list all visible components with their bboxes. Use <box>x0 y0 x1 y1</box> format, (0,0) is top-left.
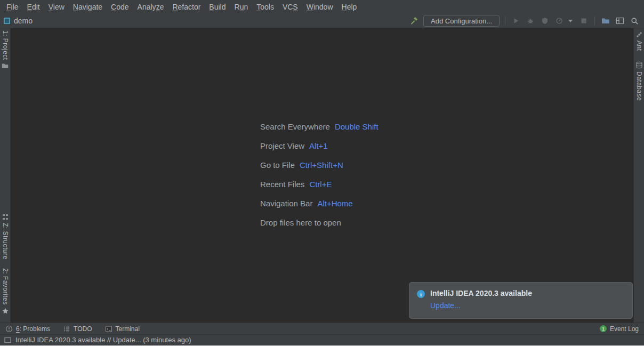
right-tool-stripe: Ant Database <box>633 28 644 323</box>
problems-label: 6: Problems <box>16 325 50 333</box>
toolwindow-database-button[interactable]: Database <box>634 61 644 101</box>
build-hammer-icon[interactable] <box>409 15 420 26</box>
ant-icon <box>636 31 642 38</box>
shortcut-row: Drop files here to open <box>260 213 379 232</box>
toolwindow-problems-button[interactable]: 6: Problems <box>5 325 50 333</box>
notification-title: IntelliJ IDEA 2020.3 available <box>430 289 532 297</box>
shortcut-label: Recent Files <box>260 180 304 189</box>
toolwindow-todo-button[interactable]: TODO <box>63 325 92 333</box>
menu-refactor[interactable]: Refactor <box>168 3 205 11</box>
terminal-label: Terminal <box>116 325 140 333</box>
stop-icon[interactable] <box>578 15 589 26</box>
layout-windows-icon[interactable] <box>615 15 625 26</box>
ant-stripe-label: Ant <box>635 41 643 51</box>
menu-analyze[interactable]: Analyze <box>133 3 168 11</box>
toolwindow-toggle-icon[interactable] <box>4 337 11 343</box>
notification-balloon: i IntelliJ IDEA 2020.3 available Update.… <box>409 282 633 319</box>
project-structure-folder-icon[interactable] <box>600 15 611 26</box>
shortcut-keys: Ctrl+Shift+N <box>300 160 343 170</box>
menu-file[interactable]: File <box>2 3 23 11</box>
status-bar: IntelliJ IDEA 2020.3 available // Update… <box>0 334 644 345</box>
main-toolbar: demo Add Configuration... <box>0 14 644 28</box>
toolwindow-ant-button[interactable]: Ant <box>634 31 644 51</box>
event-log-icon: 1 <box>600 325 607 332</box>
shortcut-row: Recent FilesCtrl+E <box>260 175 379 194</box>
menu-build[interactable]: Build <box>205 3 230 11</box>
todo-label: TODO <box>74 325 92 333</box>
menu-window[interactable]: Window <box>302 3 337 11</box>
main-area: 1: Project Z: Structure 2: Favorites Sea… <box>0 28 644 323</box>
project-name[interactable]: demo <box>14 17 33 25</box>
toolbar-separator <box>505 17 505 25</box>
structure-stripe-label: Z: Structure <box>2 223 9 260</box>
shortcut-label: Project View <box>260 141 304 150</box>
shortcut-keys: Alt+Home <box>317 199 352 208</box>
database-stripe-label: Database <box>635 71 643 101</box>
shortcut-row: Navigation BarAlt+Home <box>260 194 379 213</box>
drop-files-hint: Drop files here to open <box>260 218 341 227</box>
shortcut-label: Search Everywhere <box>260 122 330 131</box>
tool-window-bar-right: 1 Event Log <box>600 325 639 333</box>
event-log-button[interactable]: 1 Event Log <box>600 325 639 333</box>
shortcut-label: Navigation Bar <box>260 199 312 208</box>
structure-icon <box>2 214 9 220</box>
run-play-icon[interactable] <box>511 15 521 26</box>
profiler-icon[interactable] <box>554 15 565 26</box>
problems-icon <box>5 325 13 333</box>
tool-window-bar-left: 6: Problems TODO Terminal <box>5 325 140 333</box>
run-toolbar: Add Configuration... <box>409 15 640 27</box>
shortcut-row: Search EverywhereDouble Shift <box>260 117 379 136</box>
toolwindow-favorites-button[interactable]: 2: Favorites <box>0 268 10 314</box>
debug-bug-icon[interactable] <box>525 15 536 26</box>
navigation-breadcrumb: demo <box>3 17 33 25</box>
project-stripe-label: 1: Project <box>2 30 9 60</box>
update-link[interactable]: Update... <box>430 301 461 310</box>
toolwindow-structure-button[interactable]: Z: Structure <box>0 214 10 260</box>
coverage-shield-icon[interactable] <box>540 15 550 26</box>
toolbar-separator <box>594 17 595 25</box>
shortcut-row: Go to FileCtrl+Shift+N <box>260 156 379 175</box>
event-log-label: Event Log <box>610 325 639 333</box>
editor-area: Search EverywhereDouble Shift Project Vi… <box>11 28 633 323</box>
menu-tools[interactable]: Tools <box>252 3 278 11</box>
folder-icon <box>2 63 9 69</box>
menu-view[interactable]: View <box>44 3 69 11</box>
project-icon <box>3 18 10 25</box>
shortcut-hints: Search EverywhereDouble Shift Project Vi… <box>260 117 379 232</box>
tool-window-bar: 6: Problems TODO Terminal 1 Event Log <box>0 323 644 334</box>
favorites-stripe-label: 2: Favorites <box>2 268 9 305</box>
info-icon: i <box>417 290 425 298</box>
shortcut-row: Project ViewAlt+1 <box>260 136 379 156</box>
intellij-window: File Edit View Navigate Code Analyze Ref… <box>0 0 644 346</box>
search-icon[interactable] <box>629 15 640 26</box>
menu-vcs[interactable]: VCS <box>278 3 302 11</box>
todo-list-icon <box>63 325 70 333</box>
star-icon <box>2 308 9 314</box>
left-tool-stripe: 1: Project Z: Structure 2: Favorites <box>0 28 11 323</box>
menu-help[interactable]: Help <box>337 3 361 11</box>
shortcut-keys: Double Shift <box>335 122 379 131</box>
shortcut-keys: Alt+1 <box>309 141 328 150</box>
add-configuration-button[interactable]: Add Configuration... <box>423 15 500 27</box>
menu-run[interactable]: Run <box>230 3 253 11</box>
notification-body: IntelliJ IDEA 2020.3 available Update... <box>430 289 532 312</box>
shortcut-label: Go to File <box>260 160 295 170</box>
menu-bar: File Edit View Navigate Code Analyze Ref… <box>0 0 644 14</box>
status-message[interactable]: IntelliJ IDEA 2020.3 available // Update… <box>15 336 191 344</box>
menu-navigate[interactable]: Navigate <box>69 3 107 11</box>
shortcut-keys: Ctrl+E <box>309 180 332 189</box>
terminal-icon <box>105 325 112 333</box>
menu-code[interactable]: Code <box>107 3 133 11</box>
toolwindow-project-button[interactable]: 1: Project <box>0 30 10 69</box>
database-icon <box>635 61 643 69</box>
menu-edit[interactable]: Edit <box>23 3 44 11</box>
profiler-dropdown-caret-icon[interactable] <box>568 20 575 22</box>
toolwindow-terminal-button[interactable]: Terminal <box>105 325 140 333</box>
